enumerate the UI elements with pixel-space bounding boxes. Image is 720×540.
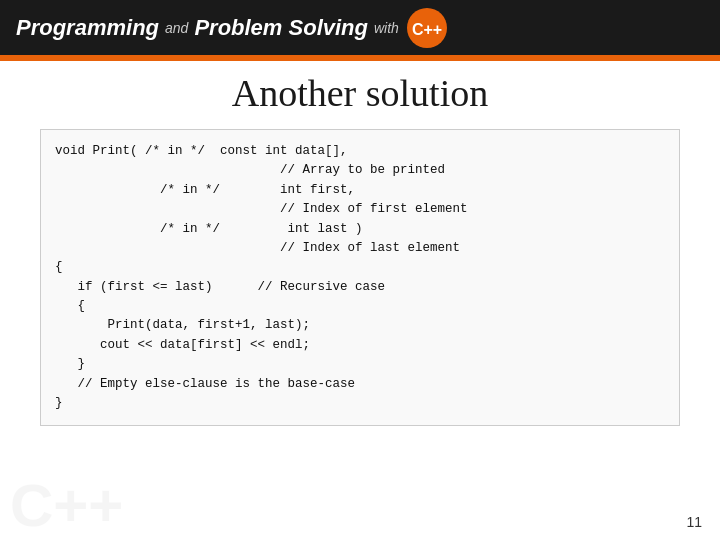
svg-text:C++: C++ xyxy=(412,21,442,38)
slide-number: 11 xyxy=(686,514,702,530)
header-title-and: and xyxy=(165,20,188,36)
header-title-with: with xyxy=(374,20,399,36)
watermark: C++ xyxy=(0,480,200,540)
slide-title: Another solution xyxy=(40,71,680,115)
header-title-programming: Programming xyxy=(16,15,159,41)
header-title-problem-solving: Problem Solving xyxy=(194,15,368,41)
cpp-logo: C++ xyxy=(405,6,449,50)
code-block: void Print( /* in */ const int data[], /… xyxy=(40,129,680,426)
main-content: Another solution void Print( /* in */ co… xyxy=(0,61,720,436)
header-bar: Programming and Problem Solving with C++ xyxy=(0,0,720,55)
